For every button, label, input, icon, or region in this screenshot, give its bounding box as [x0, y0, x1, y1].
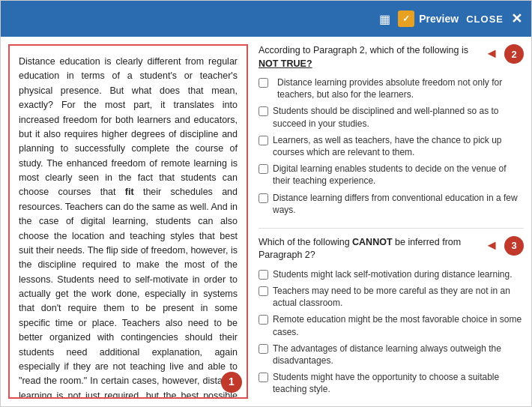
q1-option-3: Learners, as well as teachers, have the …	[259, 134, 524, 158]
q2-checkbox-5[interactable]	[259, 373, 268, 382]
divider	[259, 228, 524, 229]
close-button[interactable]: CLOSE	[466, 13, 504, 25]
question-2-header: Which of the following CANNOT be inferre…	[259, 236, 524, 262]
badge-2: 2	[504, 44, 524, 64]
q2-option-2: Teachers may need to be more careful as …	[259, 285, 524, 309]
question-1-text: According to Paragraph 2, which of the f…	[259, 44, 479, 70]
q1-option-5: Distance learning differs from conventio…	[259, 192, 524, 216]
question-2-block: Which of the following CANNOT be inferre…	[259, 236, 524, 396]
q1-checkbox-4[interactable]	[259, 164, 268, 174]
q1-checkbox-2[interactable]	[259, 106, 268, 116]
modal-container: ▦ ✓ Preview CLOSE ✕ Distance education i…	[0, 0, 532, 407]
q2-checkbox-2[interactable]	[259, 286, 268, 296]
q1-option-2: Students should be disciplined and well-…	[259, 105, 524, 129]
q1-checkbox-1[interactable]	[259, 78, 268, 88]
q2-checkbox-4[interactable]	[259, 344, 268, 354]
q2-checkbox-3[interactable]	[259, 315, 268, 325]
question-1-header: According to Paragraph 2, which of the f…	[259, 44, 524, 70]
questions-panel: According to Paragraph 2, which of the f…	[254, 37, 531, 406]
passage-text: Distance education is clearly different …	[19, 55, 238, 399]
question-2-text: Which of the following CANNOT be inferre…	[259, 236, 479, 262]
arrow-right-2: ◄	[485, 238, 498, 253]
q2-option-4: The advantages of distance learning alwa…	[259, 343, 524, 367]
grid-icon: ▦	[379, 12, 390, 26]
q2-option-1: Students might lack self-motivation duri…	[259, 268, 524, 280]
preview-icon: ✓	[398, 10, 414, 27]
q2-checkbox-1[interactable]	[259, 270, 268, 280]
q2-option-3: Remote education might be the most favor…	[259, 313, 524, 337]
passage-panel: Distance education is clearly different …	[8, 44, 248, 399]
q1-option-4: Digital learning enables students to dec…	[259, 163, 524, 187]
badge-1: 1	[221, 372, 242, 393]
modal-header: ▦ ✓ Preview CLOSE ✕	[1, 1, 531, 37]
question-1-block: According to Paragraph 2, which of the f…	[259, 44, 524, 216]
cannot-text: CANNOT	[352, 237, 392, 247]
modal-content: Distance education is clearly different …	[1, 37, 531, 406]
q1-checkbox-3[interactable]	[259, 136, 268, 145]
q1-checkbox-5[interactable]	[259, 193, 268, 203]
badge-3: 3	[504, 236, 524, 256]
q1-option-1: Distance learning provides absolute free…	[259, 76, 524, 100]
q2-option-5: Students might have the opportunity to c…	[259, 371, 524, 395]
not-true-text: NOT TRUE?	[259, 58, 312, 69]
preview-label: Preview	[419, 13, 459, 25]
bold-fit-word: fit	[125, 187, 134, 197]
arrow-right-1: ◄	[485, 46, 498, 61]
close-x-button[interactable]: ✕	[511, 10, 522, 27]
preview-button[interactable]: ✓ Preview	[398, 10, 459, 27]
